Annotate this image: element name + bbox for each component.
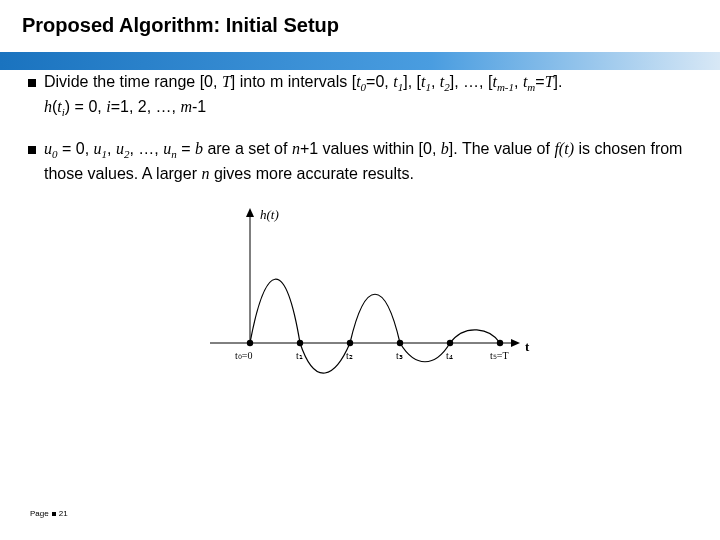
content-area: Divide the time range [0, T] into m inte… xyxy=(0,45,720,397)
svg-point-6 xyxy=(347,340,353,346)
tick-2: t₂ xyxy=(346,350,353,361)
footer-page-label: Page xyxy=(30,509,49,518)
ylabel: h(t) xyxy=(260,207,279,222)
svg-point-8 xyxy=(447,340,453,346)
page-title: Proposed Algorithm: Initial Setup xyxy=(22,14,698,37)
footer-page-number: 21 xyxy=(59,509,68,518)
svg-point-9 xyxy=(497,340,503,346)
bullet-2-text: u0 = 0, u1, u2, …, un = b are a set of n… xyxy=(44,138,692,185)
tick-4: t₄ xyxy=(446,350,453,361)
bullet-1: Divide the time range [0, T] into m inte… xyxy=(28,71,692,120)
svg-marker-1 xyxy=(246,208,254,217)
footer-separator-icon xyxy=(52,512,56,516)
svg-point-5 xyxy=(297,340,303,346)
plot-svg: h(t) t t₀=0 t₁ t₂ t₃ t₄ t₅=T xyxy=(180,203,540,393)
bullet-square-icon xyxy=(28,79,36,87)
tick-0: t₀=0 xyxy=(235,350,252,361)
tick-5: t₅=T xyxy=(490,350,509,361)
tick-1: t₁ xyxy=(296,350,303,361)
xlabel: t xyxy=(525,339,530,354)
bullet-square-icon xyxy=(28,146,36,154)
tick-3: t₃ xyxy=(396,350,403,361)
bullet-2: u0 = 0, u1, u2, …, un = b are a set of n… xyxy=(28,138,692,185)
svg-marker-3 xyxy=(511,339,520,347)
svg-point-4 xyxy=(247,340,253,346)
bullet-1-text: Divide the time range [0, T] into m inte… xyxy=(44,71,692,120)
figure-ht-plot: h(t) t t₀=0 t₁ t₂ t₃ t₄ t₅=T xyxy=(28,203,692,397)
svg-point-7 xyxy=(397,340,403,346)
page-footer: Page21 xyxy=(30,509,68,518)
